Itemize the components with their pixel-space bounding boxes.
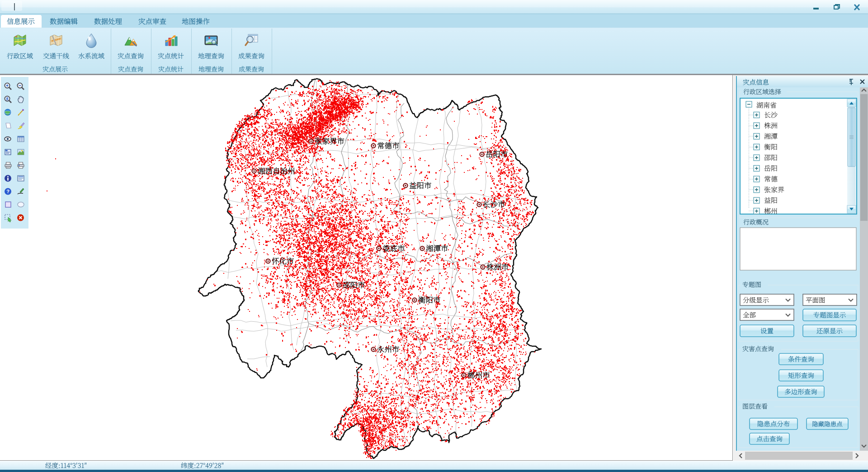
svg-text:?: ? xyxy=(6,189,9,194)
